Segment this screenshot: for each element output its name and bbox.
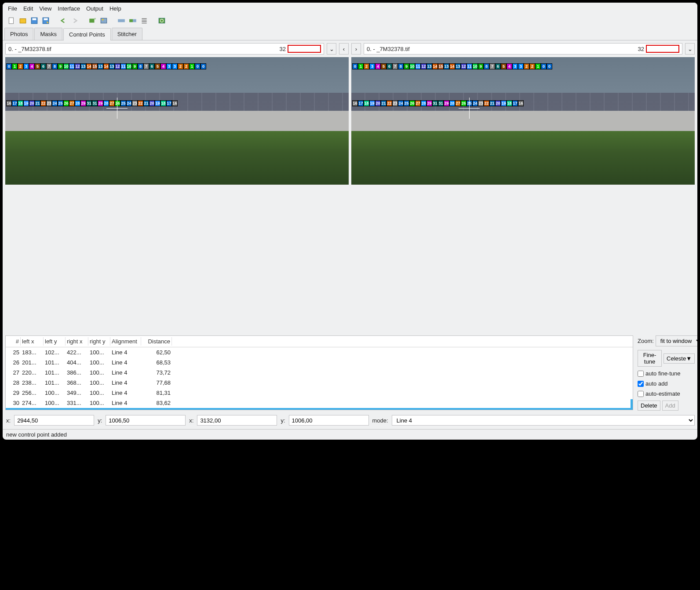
cp-marker[interactable]: 21	[489, 100, 495, 106]
cp-marker[interactable]: 12	[75, 63, 80, 69]
cp-marker[interactable]: 0	[6, 63, 12, 69]
cp-marker[interactable]: 19	[23, 100, 29, 106]
cp-marker[interactable]: 27	[415, 100, 421, 106]
cp-marker[interactable]: 5	[501, 63, 507, 69]
auto-add-check[interactable]: auto add	[638, 380, 695, 387]
cp-marker[interactable]: 17	[12, 100, 18, 106]
cp-marker[interactable]: 8	[484, 63, 489, 69]
cp-marker[interactable]: 14	[86, 63, 92, 69]
right-image-panel[interactable]: 0123456789101112131415131413121110987654…	[351, 57, 695, 185]
cp-marker[interactable]: 1	[189, 63, 195, 69]
cp-marker[interactable]: 19	[369, 100, 375, 106]
cp-marker[interactable]: 16	[172, 100, 178, 106]
left-image-combo[interactable]: 0. - _7M32378.tif 32	[5, 43, 324, 55]
cp-marker[interactable]: 5	[35, 63, 40, 69]
table-row[interactable]: 27220...101...386...100...Line 473,72	[6, 368, 633, 378]
delete-button[interactable]: Delete	[638, 401, 660, 411]
menu-help[interactable]: Help	[109, 5, 121, 12]
globe-icon[interactable]	[157, 16, 166, 25]
cp-marker[interactable]: 3	[369, 63, 375, 69]
cp-marker[interactable]: 21	[143, 100, 149, 106]
menu-output[interactable]: Output	[86, 5, 103, 12]
cp-marker[interactable]: 3	[518, 63, 524, 69]
cp-marker[interactable]: 15	[92, 63, 98, 69]
table-row[interactable]: 26201...101...404...100...Line 468,53	[6, 357, 633, 368]
cp-marker[interactable]: 27	[69, 100, 75, 106]
cp-marker[interactable]: 26	[63, 100, 69, 106]
cp-marker[interactable]: 4	[160, 63, 166, 69]
cp-marker[interactable]: 16	[518, 100, 524, 106]
cp-marker[interactable]: 28	[421, 100, 427, 106]
cp-marker[interactable]: 0	[541, 63, 547, 69]
table-row[interactable]: 30274...100...331...100...Line 483,62	[6, 398, 633, 408]
cp-marker[interactable]: 13	[455, 63, 461, 69]
cp-marker[interactable]: 22	[138, 100, 143, 106]
scrollbar-thumb[interactable]	[631, 399, 633, 410]
cp-marker[interactable]: 31	[432, 100, 438, 106]
cp-marker[interactable]: 31	[86, 100, 92, 106]
cp-marker[interactable]: 29	[427, 100, 432, 106]
cp-marker[interactable]: 31	[92, 100, 98, 106]
cp-marker[interactable]: 0	[352, 63, 358, 69]
cp-marker[interactable]: 22	[40, 100, 46, 106]
cp-marker[interactable]: 26	[409, 100, 415, 106]
cp-marker[interactable]: 22	[484, 100, 489, 106]
cp-marker[interactable]: 20	[375, 100, 381, 106]
cp-marker[interactable]: 1	[535, 63, 541, 69]
cp-marker[interactable]: 9	[404, 63, 409, 69]
cp-marker[interactable]: 2	[178, 63, 183, 69]
cp-marker[interactable]: 3	[166, 63, 172, 69]
zoom-select[interactable]: fit to window	[656, 335, 697, 346]
open-icon[interactable]	[18, 16, 27, 25]
cp-marker[interactable]: 18	[160, 100, 166, 106]
cp-marker[interactable]: 19	[501, 100, 507, 106]
tab-control-points[interactable]: Control Points	[63, 28, 111, 40]
cp-marker[interactable]: 6	[149, 63, 155, 69]
cp-marker[interactable]: 2	[529, 63, 535, 69]
cp-marker[interactable]: 29	[444, 100, 449, 106]
cp-marker[interactable]: 3	[23, 63, 29, 69]
auto-finetune-check[interactable]: auto fine-tune	[638, 370, 695, 377]
right-image-combo[interactable]: 0. - _7M32378.tif 32	[364, 43, 682, 55]
cp-marker[interactable]: 13	[98, 63, 103, 69]
cp-marker[interactable]: 13	[109, 63, 115, 69]
redo-icon[interactable]	[70, 16, 79, 25]
cp-marker[interactable]: 17	[166, 100, 172, 106]
cp-marker[interactable]: 31	[438, 100, 444, 106]
cp-marker[interactable]: 17	[358, 100, 364, 106]
cp-marker[interactable]: 1	[12, 63, 18, 69]
undo-icon[interactable]	[59, 16, 68, 25]
save-icon[interactable]	[30, 16, 39, 25]
x1-input[interactable]	[14, 415, 94, 426]
cp-marker[interactable]: 13	[80, 63, 86, 69]
cp-marker[interactable]: 16	[352, 100, 358, 106]
cp-marker[interactable]: 20	[149, 100, 155, 106]
prev-pair-button[interactable]: ‹	[339, 43, 349, 55]
cp-marker[interactable]: 8	[52, 63, 58, 69]
cp-marker[interactable]: 7	[143, 63, 149, 69]
cp-marker[interactable]: 20	[495, 100, 501, 106]
cp-marker[interactable]: 3	[512, 63, 518, 69]
cp-marker[interactable]: 4	[29, 63, 35, 69]
cp-marker[interactable]: 23	[392, 100, 398, 106]
cp-marker[interactable]: 15	[438, 63, 444, 69]
cp-marker[interactable]: 2	[524, 63, 529, 69]
cp-marker[interactable]: 11	[467, 63, 472, 69]
table-row[interactable]: 25183...102...422...100...Line 462,50	[6, 347, 633, 357]
cp-marker[interactable]: 10	[126, 63, 132, 69]
cp-marker[interactable]: 11	[69, 63, 75, 69]
cp-marker[interactable]: 22	[386, 100, 392, 106]
cp-marker[interactable]: 13	[427, 63, 432, 69]
cp-marker[interactable]: 10	[63, 63, 69, 69]
cp-marker[interactable]: 23	[46, 100, 52, 106]
cp-marker[interactable]: 28	[449, 100, 455, 106]
add-button[interactable]: Add	[662, 401, 678, 411]
pano-icon[interactable]	[117, 16, 126, 25]
y2-input[interactable]	[289, 415, 369, 426]
menu-view[interactable]: View	[39, 5, 51, 12]
tab-photos[interactable]: Photos	[4, 28, 33, 40]
next-pair-button[interactable]: ›	[351, 43, 361, 55]
cp-marker[interactable]: 9	[132, 63, 138, 69]
cp-marker[interactable]: 10	[409, 63, 415, 69]
cp-marker[interactable]: 16	[6, 100, 12, 106]
